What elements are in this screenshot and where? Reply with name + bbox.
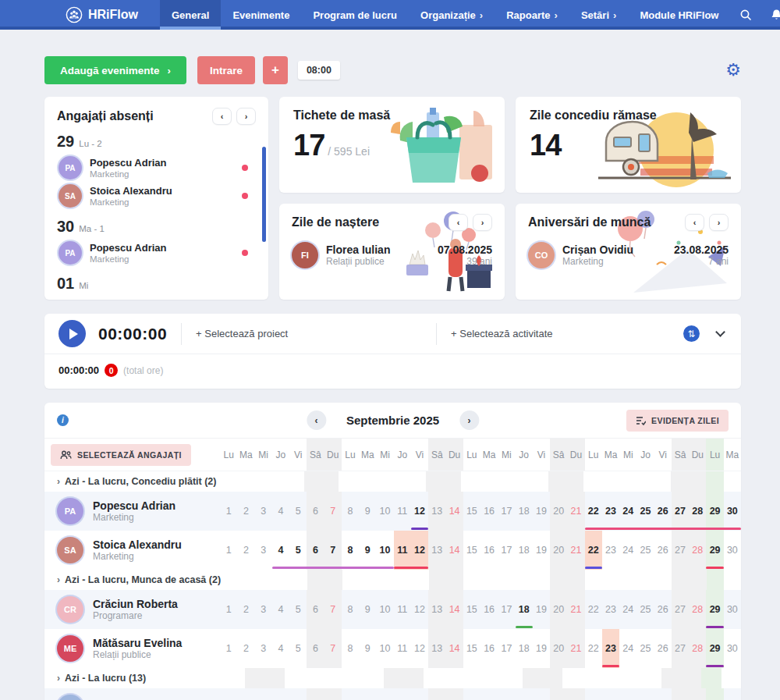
time-chip[interactable]: 08:00 [298, 61, 340, 80]
day-cell[interactable]: 28 [689, 688, 706, 700]
day-cell[interactable]: 2 [237, 629, 254, 668]
day-cell[interactable]: 10 [376, 688, 393, 700]
employee-cell[interactable]: CRCrăciun RobertaProgramare [44, 590, 220, 629]
day-cell[interactable]: 21 [567, 492, 584, 531]
day-cell[interactable]: 21 [567, 531, 584, 570]
day-cell[interactable]: 11 [394, 531, 411, 570]
day-cell[interactable]: 26 [654, 688, 672, 700]
absent-employee-item[interactable]: SAStoica AlexandruMarketing [57, 182, 256, 210]
day-cell[interactable]: 7 [324, 590, 342, 629]
day-cell[interactable]: 6 [307, 531, 324, 570]
day-cell[interactable]: 25 [636, 629, 654, 668]
day-cell[interactable]: 8 [342, 590, 359, 629]
day-cell[interactable]: 8 [342, 688, 359, 700]
day-cell[interactable]: 25 [636, 531, 654, 570]
day-cell[interactable]: 23 [602, 629, 619, 668]
day-cell[interactable]: 2 [237, 531, 254, 570]
day-cell[interactable]: 29 [706, 688, 723, 700]
day-cell[interactable]: 18 [516, 531, 533, 570]
day-cell[interactable]: 14 [445, 590, 463, 629]
nav-item-module-hriflow[interactable]: Module HRiFlow [628, 0, 730, 30]
month-next-button[interactable]: › [459, 410, 479, 430]
day-cell[interactable]: 28 [689, 590, 706, 629]
day-cell[interactable]: 13 [428, 492, 445, 531]
day-cell[interactable]: 2 [237, 590, 254, 629]
day-cell[interactable]: 26 [654, 531, 672, 570]
nav-item-program-de-lucru[interactable]: Program de lucru [301, 0, 409, 30]
select-activity[interactable]: + Selectează activitate [451, 328, 683, 339]
day-cell[interactable]: 28 [689, 531, 706, 570]
day-cell[interactable]: 16 [480, 688, 498, 700]
day-cell[interactable]: 24 [619, 688, 636, 700]
day-cell[interactable]: 21 [567, 629, 584, 668]
chevron-down-icon[interactable] [715, 327, 725, 337]
day-cell[interactable]: 12 [411, 492, 428, 531]
day-cell[interactable]: 23 [602, 492, 619, 531]
day-cell[interactable]: 10 [376, 531, 393, 570]
search-button[interactable] [730, 0, 761, 30]
day-cell[interactable]: 26 [654, 492, 672, 531]
day-cell[interactable]: 29 [706, 492, 723, 531]
day-cell[interactable]: 19 [533, 531, 550, 570]
day-cell[interactable]: 8 [342, 531, 359, 570]
absent-employee-item[interactable]: PAPopescu AdrianMarketing [57, 154, 256, 182]
day-cell[interactable]: 15 [463, 531, 480, 570]
day-cell[interactable]: 12 [411, 629, 428, 668]
day-cell[interactable]: 27 [672, 688, 689, 700]
day-cell[interactable]: 11 [394, 688, 411, 700]
day-cell[interactable]: 1 [220, 492, 237, 531]
day-cell[interactable]: 4 [272, 590, 289, 629]
day-cell[interactable]: 17 [498, 531, 515, 570]
day-cell[interactable]: 9 [359, 629, 376, 668]
day-cell[interactable]: 5 [289, 590, 307, 629]
day-cell[interactable]: 15 [463, 590, 480, 629]
month-prev-button[interactable]: ‹ [307, 410, 326, 430]
day-cell[interactable]: 15 [463, 629, 480, 668]
employee-cell[interactable]: SAStoica AlexandruMarketing [44, 531, 220, 570]
day-cell[interactable]: 13 [428, 629, 445, 668]
info-icon[interactable]: i [57, 414, 69, 426]
select-employees-button[interactable]: SELECTEAZĂ ANGAJAȚI [51, 444, 191, 466]
day-cell[interactable]: 13 [428, 590, 445, 629]
day-cell[interactable]: 5 [289, 492, 307, 531]
anniversary-person[interactable]: CO Crișan Ovidiu Marketing 23.08.2025 7 … [528, 242, 729, 268]
day-cell[interactable]: 27 [672, 531, 689, 570]
group-label[interactable]: ›Azi - La lucru (13) [44, 668, 146, 688]
day-cell[interactable]: 16 [480, 531, 498, 570]
day-cell[interactable]: 30 [724, 492, 741, 531]
day-cell[interactable]: 8 [342, 492, 359, 531]
day-cell[interactable]: 2 [237, 492, 254, 531]
day-cell[interactable]: 15 [463, 492, 480, 531]
day-cell[interactable]: 27 [672, 629, 689, 668]
day-cell[interactable]: 24 [619, 629, 636, 668]
day-cell[interactable]: 5 [289, 629, 307, 668]
day-cell[interactable]: 25 [636, 688, 654, 700]
day-cell[interactable]: 18 [516, 688, 533, 700]
day-cell[interactable]: 30 [724, 590, 741, 629]
birthday-person[interactable]: FI Florea Iulian Relații publice 07.08.2… [292, 242, 492, 268]
day-cell[interactable]: 3 [255, 688, 272, 700]
day-cell[interactable]: 14 [445, 629, 463, 668]
day-cell[interactable]: 7 [324, 531, 342, 570]
day-cell[interactable]: 14 [445, 531, 463, 570]
day-cell[interactable]: 28 [689, 629, 706, 668]
day-cell[interactable]: 3 [255, 590, 272, 629]
timer-play-button[interactable] [58, 320, 86, 347]
day-cell[interactable]: 5 [289, 531, 307, 570]
day-cell[interactable]: 6 [307, 629, 324, 668]
day-cell[interactable]: 4 [272, 629, 289, 668]
day-cell[interactable]: 3 [255, 492, 272, 531]
day-cell[interactable]: 16 [480, 590, 498, 629]
anniversaries-prev-button[interactable]: ‹ [685, 214, 704, 231]
day-cell[interactable]: 20 [550, 531, 567, 570]
day-cell[interactable]: 30 [724, 629, 741, 668]
day-cell[interactable]: 6 [307, 590, 324, 629]
day-cell[interactable]: 17 [498, 688, 515, 700]
group-label[interactable]: ›Azi - La lucru, Munca de acasă (2) [44, 570, 221, 590]
day-cell[interactable]: 3 [255, 531, 272, 570]
day-cell[interactable]: 9 [359, 492, 376, 531]
day-cell[interactable]: 29 [706, 531, 723, 570]
nav-item-organiza-ie[interactable]: Organizație› [409, 0, 495, 30]
day-cell[interactable]: 25 [636, 590, 654, 629]
day-cell[interactable]: 9 [359, 531, 376, 570]
